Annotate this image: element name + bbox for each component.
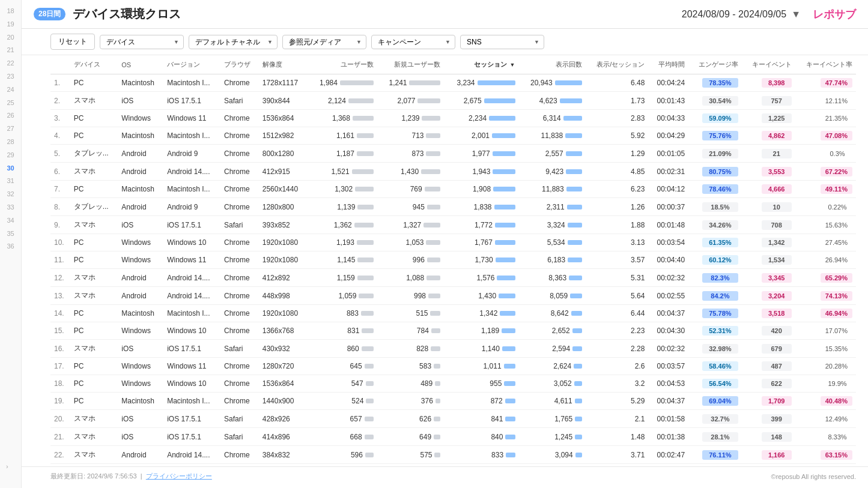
expand-button[interactable]: › xyxy=(6,463,8,470)
date-dropdown-arrow[interactable]: ▼ xyxy=(791,9,801,20)
cell-version: iOS 17.5.1 xyxy=(163,340,220,358)
sidebar-num-19[interactable]: 19 xyxy=(0,18,21,31)
campaign-filter[interactable]: キャンペーン xyxy=(371,35,455,49)
col-engage[interactable]: エンゲージ率 xyxy=(688,55,742,74)
sidebar-num-28[interactable]: 28 xyxy=(0,136,21,149)
sidebar-num-36[interactable]: 36 xyxy=(0,240,21,253)
sidebar-num-34[interactable]: 34 xyxy=(0,214,21,227)
cell-os: Windows xyxy=(118,234,163,252)
table-row: 19. PC Macintosh Macintosh I... Chrome 1… xyxy=(50,393,856,410)
cell-users: 1,159 xyxy=(308,269,377,287)
cell-views: 3,094 xyxy=(519,446,586,464)
sidebar-num-29[interactable]: 29 xyxy=(0,149,21,162)
col-key-rate[interactable]: キーイベント率 xyxy=(795,55,856,74)
cell-os: Android xyxy=(118,145,163,163)
cell-engage: 78.46% xyxy=(688,181,742,198)
col-os[interactable]: OS xyxy=(118,55,163,74)
cell-views: 2,594 xyxy=(519,340,586,358)
cell-resolution: 800x1280 xyxy=(259,145,308,163)
sidebar-num-25[interactable]: 25 xyxy=(0,97,21,110)
col-browser[interactable]: ブラウザ xyxy=(220,55,259,74)
cell-browser: Safari xyxy=(220,92,259,110)
cell-browser: Chrome xyxy=(220,163,259,181)
cell-users: 1,145 xyxy=(308,252,377,269)
col-key-event[interactable]: キーイベント xyxy=(742,55,795,74)
cell-engage: 21.09% xyxy=(688,145,742,163)
sidebar-num-27[interactable]: 27 xyxy=(0,122,21,136)
sidebar-num-32[interactable]: 32 xyxy=(0,188,21,201)
sidebar-num-23[interactable]: 23 xyxy=(0,70,21,83)
cell-views: 11,838 xyxy=(519,127,586,145)
cell-engage: 80.75% xyxy=(688,163,742,181)
device-filter[interactable]: デバイス xyxy=(100,35,184,49)
cell-sessions: 1,772 xyxy=(444,216,518,234)
cell-num: 1. xyxy=(50,74,70,92)
cell-os: Android xyxy=(118,163,163,181)
col-sessions[interactable]: セッション ▼ xyxy=(444,55,518,74)
sidebar-num-24[interactable]: 24 xyxy=(0,83,21,97)
cell-sessions: 2,001 xyxy=(444,127,518,145)
cell-version: iOS 17.5.1 xyxy=(163,428,220,446)
table-row: 16. スマホ iOS iOS 17.5.1 Safari 430x932 86… xyxy=(50,340,856,358)
cell-views: 5,534 xyxy=(519,234,586,252)
main-content: 28日間 デバイス環境クロス 2024/08/09 - 2024/09/05 ▼… xyxy=(22,0,868,486)
cell-resolution: 448x998 xyxy=(259,287,308,305)
col-new-users[interactable]: 新規ユーザー数 xyxy=(377,55,445,74)
col-views[interactable]: 表示回数 xyxy=(519,55,586,74)
cell-avg-time: 00:02:55 xyxy=(648,287,688,305)
cell-users: 1,161 xyxy=(308,127,377,145)
cell-views-per-session: 6.48 xyxy=(586,74,649,92)
cell-sessions: 1,908 xyxy=(444,181,518,198)
cell-key-event: 3,345 xyxy=(742,269,795,287)
data-table-container: デバイス OS バージョン ブラウザ 解像度 ユーザー数 新規ユーザー数 セッシ… xyxy=(22,55,868,464)
cell-version: Windows 11 xyxy=(163,110,220,127)
sidebar-num-18[interactable]: 18 xyxy=(0,5,21,18)
cell-key-event: 3,204 xyxy=(742,287,795,305)
cell-resolution: 414x896 xyxy=(259,428,308,446)
col-users[interactable]: ユーザー数 xyxy=(308,55,377,74)
table-row: 12. スマホ Android Android 14.... Chrome 41… xyxy=(50,269,856,287)
cell-os: Macintosh xyxy=(118,393,163,410)
cell-browser: Chrome xyxy=(220,287,259,305)
cell-os: iOS xyxy=(118,92,163,110)
reset-button[interactable]: リセット xyxy=(50,34,95,50)
cell-device: PC xyxy=(70,358,118,375)
col-device[interactable]: デバイス xyxy=(70,55,118,74)
cell-users: 1,368 xyxy=(308,110,377,127)
sidebar-num-26[interactable]: 26 xyxy=(0,109,21,122)
cell-avg-time: 00:01:38 xyxy=(648,428,688,446)
sidebar-num-22[interactable]: 22 xyxy=(0,57,21,70)
privacy-link[interactable]: プライバシーポリシー xyxy=(146,472,212,480)
cell-num: 16. xyxy=(50,340,70,358)
sidebar-num-33[interactable]: 33 xyxy=(0,201,21,214)
sidebar-num-35[interactable]: 35 xyxy=(0,227,21,241)
cell-key-rate: 26.94% xyxy=(795,252,856,269)
channel-filter[interactable]: デフォルトチャネル xyxy=(189,35,278,49)
cell-key-rate: 27.45% xyxy=(795,234,856,252)
table-row: 17. PC Windows Windows 11 Chrome 1280x72… xyxy=(50,358,856,375)
sidebar-num-30[interactable]: 30 xyxy=(0,162,21,175)
cell-views-per-session: 1.48 xyxy=(586,428,649,446)
cell-browser: Chrome xyxy=(220,127,259,145)
col-views-per-session[interactable]: 表示/セッション xyxy=(586,55,649,74)
cell-new-users: 873 xyxy=(377,145,445,163)
col-resolution[interactable]: 解像度 xyxy=(259,55,308,74)
cell-engage: 52.31% xyxy=(688,322,742,340)
cell-device: スマホ xyxy=(70,340,118,358)
sidebar-num-20[interactable]: 20 xyxy=(0,31,21,44)
referral-filter[interactable]: 参照元/メディア xyxy=(282,35,366,49)
cell-version: Macintosh I... xyxy=(163,127,220,145)
cell-engage: 78.35% xyxy=(688,74,742,92)
sns-filter[interactable]: SNS xyxy=(460,35,544,49)
sidebar-num-21[interactable]: 21 xyxy=(0,44,21,57)
cell-sessions: 1,140 xyxy=(444,340,518,358)
cell-avg-time: 00:03:57 xyxy=(648,358,688,375)
cell-avg-time: 00:04:24 xyxy=(648,74,688,92)
col-avg-time[interactable]: 平均時間 xyxy=(648,55,688,74)
sidebar-num-31[interactable]: 31 xyxy=(0,175,21,188)
cell-device: PC xyxy=(70,127,118,145)
cell-os: Windows xyxy=(118,358,163,375)
cell-os: Android xyxy=(118,269,163,287)
cell-key-event: 622 xyxy=(742,375,795,393)
col-version[interactable]: バージョン xyxy=(163,55,220,74)
